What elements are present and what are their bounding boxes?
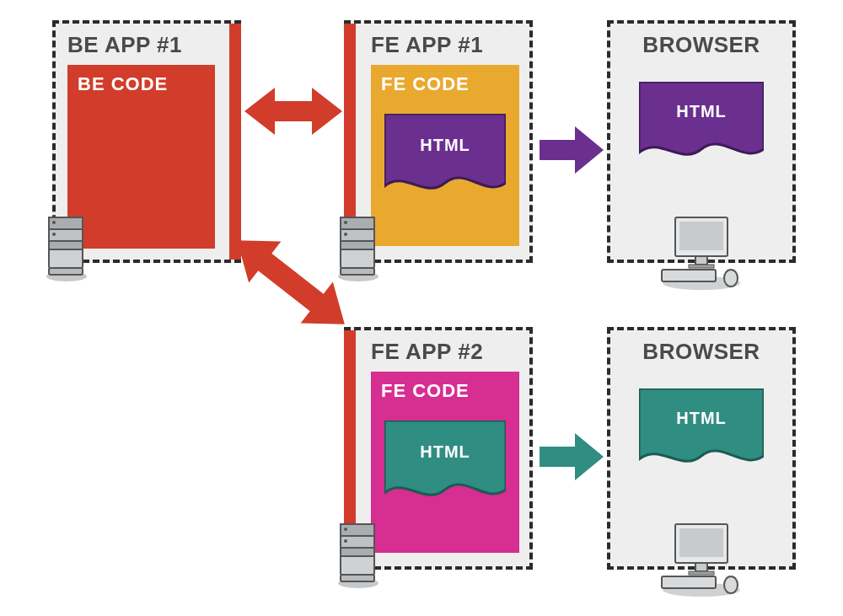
svg-marker-40 [540,126,604,174]
fe-code-1-block: FE CODE HTML [371,65,519,246]
be-app-title: BE APP #1 [67,32,226,58]
fe-code-2-label: FE CODE [381,380,509,402]
browser-1-title: BROWSER [622,32,781,58]
svg-rect-28 [689,265,714,268]
svg-rect-35 [689,571,714,575]
svg-rect-7 [49,268,83,275]
html-flag-teal: HTML [384,420,506,513]
svg-rect-29 [662,270,716,281]
svg-point-12 [344,221,347,224]
computer-icon [655,214,748,295]
svg-point-21 [344,539,347,543]
svg-rect-23 [341,575,374,581]
browser-1-box: BROWSER HTML [607,20,796,263]
html-label: HTML [420,136,470,155]
svg-point-4 [52,221,56,224]
server-icon [329,519,388,593]
svg-rect-34 [695,563,707,571]
fe-app-2-title: FE APP #2 [371,339,518,365]
fe-app-1-title: FE APP #1 [371,32,518,58]
server-icon [37,212,96,287]
svg-point-5 [52,233,56,236]
html-flag-purple-browser: HTML [639,82,764,173]
computer-icon [655,521,748,602]
html-label: HTML [676,409,727,428]
browser-2-title: BROWSER [622,339,781,365]
svg-rect-3 [49,241,83,249]
arrow-right-icon [540,433,604,484]
fe-code-1-label: FE CODE [381,73,509,95]
svg-rect-33 [679,528,723,557]
architecture-diagram: BE APP #1 BE CODE FE APP #1 FE CODE HT [17,17,826,599]
svg-rect-19 [341,548,374,556]
svg-marker-39 [228,228,354,337]
fe-code-2-block: FE CODE HTML [371,372,519,553]
html-flag-purple: HTML [384,114,506,206]
html-label: HTML [676,102,727,121]
svg-marker-38 [244,88,342,135]
svg-rect-36 [662,576,716,588]
bidirectional-arrow-diagonal-icon [228,228,354,340]
svg-point-30 [724,270,738,287]
svg-rect-27 [695,256,707,265]
arrow-right-icon [540,126,604,177]
svg-rect-26 [679,222,723,250]
svg-marker-41 [540,433,604,480]
browser-2-box: BROWSER HTML [607,327,796,570]
html-label: HTML [420,442,470,462]
svg-point-20 [344,528,347,531]
bidirectional-arrow-icon [244,81,342,145]
svg-point-37 [724,576,738,593]
html-flag-teal-browser: HTML [639,388,764,479]
be-code-label: BE CODE [78,73,205,95]
accent-stripe [229,24,241,260]
